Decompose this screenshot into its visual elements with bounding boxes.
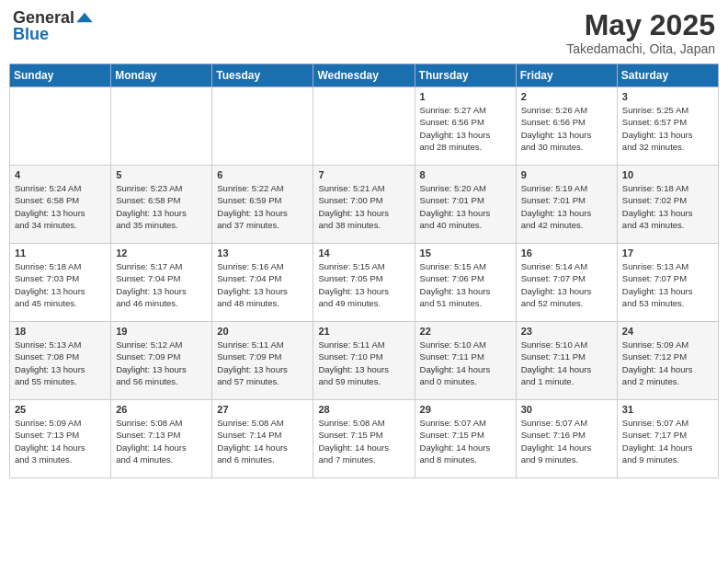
location: Takedamachi, Oita, Japan xyxy=(566,41,715,56)
calendar-cell: 17Sunrise: 5:13 AM Sunset: 7:07 PM Dayli… xyxy=(617,244,718,322)
calendar-cell: 23Sunrise: 5:10 AM Sunset: 7:11 PM Dayli… xyxy=(516,322,617,400)
weekday-header-sunday: Sunday xyxy=(10,64,111,87)
page-header: General Blue May 2025 Takedamachi, Oita,… xyxy=(9,9,719,56)
day-number: 20 xyxy=(217,326,308,337)
svg-marker-0 xyxy=(76,13,93,23)
day-number: 24 xyxy=(622,326,713,337)
day-info: Sunrise: 5:22 AM Sunset: 6:59 PM Dayligh… xyxy=(217,182,308,231)
calendar-cell: 11Sunrise: 5:18 AM Sunset: 7:03 PM Dayli… xyxy=(10,244,111,322)
day-info: Sunrise: 5:08 AM Sunset: 7:14 PM Dayligh… xyxy=(217,417,308,465)
calendar-cell: 19Sunrise: 5:12 AM Sunset: 7:09 PM Dayli… xyxy=(111,322,212,400)
day-number: 31 xyxy=(622,404,713,415)
calendar-cell: 29Sunrise: 5:07 AM Sunset: 7:15 PM Dayli… xyxy=(415,400,516,478)
day-number: 30 xyxy=(521,404,612,415)
calendar-cell: 30Sunrise: 5:07 AM Sunset: 7:16 PM Dayli… xyxy=(516,400,617,478)
day-info: Sunrise: 5:07 AM Sunset: 7:15 PM Dayligh… xyxy=(420,417,511,465)
calendar-cell xyxy=(313,87,415,166)
logo: General Blue xyxy=(13,9,93,42)
day-number: 17 xyxy=(622,247,713,259)
day-number: 1 xyxy=(420,91,511,102)
calendar-cell: 1Sunrise: 5:27 AM Sunset: 6:56 PM Daylig… xyxy=(415,87,516,166)
calendar-cell: 28Sunrise: 5:08 AM Sunset: 7:15 PM Dayli… xyxy=(313,400,415,478)
day-info: Sunrise: 5:25 AM Sunset: 6:57 PM Dayligh… xyxy=(622,104,713,153)
day-info: Sunrise: 5:07 AM Sunset: 7:17 PM Dayligh… xyxy=(622,417,713,465)
day-number: 19 xyxy=(116,326,207,337)
day-info: Sunrise: 5:12 AM Sunset: 7:09 PM Dayligh… xyxy=(116,339,207,387)
calendar-cell: 18Sunrise: 5:13 AM Sunset: 7:08 PM Dayli… xyxy=(10,322,111,400)
calendar-cell: 10Sunrise: 5:18 AM Sunset: 7:02 PM Dayli… xyxy=(617,166,718,244)
calendar-cell: 27Sunrise: 5:08 AM Sunset: 7:14 PM Dayli… xyxy=(212,400,313,478)
calendar-cell: 9Sunrise: 5:19 AM Sunset: 7:01 PM Daylig… xyxy=(516,166,617,244)
calendar-cell: 15Sunrise: 5:15 AM Sunset: 7:06 PM Dayli… xyxy=(415,244,516,322)
calendar-cell: 20Sunrise: 5:11 AM Sunset: 7:09 PM Dayli… xyxy=(212,322,313,400)
calendar-cell xyxy=(212,87,313,166)
day-info: Sunrise: 5:17 AM Sunset: 7:04 PM Dayligh… xyxy=(116,260,207,309)
day-number: 25 xyxy=(15,404,106,415)
calendar-cell: 26Sunrise: 5:08 AM Sunset: 7:13 PM Dayli… xyxy=(111,400,212,478)
day-info: Sunrise: 5:07 AM Sunset: 7:16 PM Dayligh… xyxy=(521,417,612,465)
calendar-cell: 16Sunrise: 5:14 AM Sunset: 7:07 PM Dayli… xyxy=(516,244,617,322)
weekday-header-tuesday: Tuesday xyxy=(212,64,313,87)
day-number: 5 xyxy=(116,169,207,180)
day-info: Sunrise: 5:10 AM Sunset: 7:11 PM Dayligh… xyxy=(521,339,612,387)
day-info: Sunrise: 5:15 AM Sunset: 7:05 PM Dayligh… xyxy=(318,260,409,309)
day-info: Sunrise: 5:18 AM Sunset: 7:03 PM Dayligh… xyxy=(15,260,106,309)
week-row-1: 1Sunrise: 5:27 AM Sunset: 6:56 PM Daylig… xyxy=(10,87,719,166)
day-info: Sunrise: 5:27 AM Sunset: 6:56 PM Dayligh… xyxy=(420,104,511,153)
day-number: 2 xyxy=(521,91,612,102)
week-row-3: 11Sunrise: 5:18 AM Sunset: 7:03 PM Dayli… xyxy=(10,244,719,322)
calendar-cell: 21Sunrise: 5:11 AM Sunset: 7:10 PM Dayli… xyxy=(313,322,415,400)
weekday-header-row: SundayMondayTuesdayWednesdayThursdayFrid… xyxy=(10,64,719,87)
day-info: Sunrise: 5:11 AM Sunset: 7:10 PM Dayligh… xyxy=(318,339,409,387)
day-number: 28 xyxy=(318,404,409,415)
day-number: 18 xyxy=(15,326,106,337)
logo-general-text: General xyxy=(13,9,74,26)
calendar-cell: 25Sunrise: 5:09 AM Sunset: 7:13 PM Dayli… xyxy=(10,400,111,478)
day-info: Sunrise: 5:14 AM Sunset: 7:07 PM Dayligh… xyxy=(521,260,612,309)
day-info: Sunrise: 5:11 AM Sunset: 7:09 PM Dayligh… xyxy=(217,339,308,387)
calendar-cell: 8Sunrise: 5:20 AM Sunset: 7:01 PM Daylig… xyxy=(415,166,516,244)
weekday-header-saturday: Saturday xyxy=(617,64,718,87)
day-number: 29 xyxy=(420,404,511,415)
week-row-4: 18Sunrise: 5:13 AM Sunset: 7:08 PM Dayli… xyxy=(10,322,719,400)
day-number: 9 xyxy=(521,169,612,180)
day-info: Sunrise: 5:10 AM Sunset: 7:11 PM Dayligh… xyxy=(420,339,511,387)
calendar-cell: 7Sunrise: 5:21 AM Sunset: 7:00 PM Daylig… xyxy=(313,166,415,244)
calendar-cell: 5Sunrise: 5:23 AM Sunset: 6:58 PM Daylig… xyxy=(111,166,212,244)
day-info: Sunrise: 5:18 AM Sunset: 7:02 PM Dayligh… xyxy=(622,182,713,231)
calendar-cell: 31Sunrise: 5:07 AM Sunset: 7:17 PM Dayli… xyxy=(617,400,718,478)
day-number: 10 xyxy=(622,169,713,180)
weekday-header-monday: Monday xyxy=(111,64,212,87)
calendar-table: SundayMondayTuesdayWednesdayThursdayFrid… xyxy=(9,63,719,478)
calendar-cell: 4Sunrise: 5:24 AM Sunset: 6:58 PM Daylig… xyxy=(10,166,111,244)
calendar-cell: 2Sunrise: 5:26 AM Sunset: 6:56 PM Daylig… xyxy=(516,87,617,166)
weekday-header-wednesday: Wednesday xyxy=(313,64,415,87)
day-number: 23 xyxy=(521,326,612,337)
day-info: Sunrise: 5:08 AM Sunset: 7:13 PM Dayligh… xyxy=(116,417,207,465)
day-info: Sunrise: 5:13 AM Sunset: 7:08 PM Dayligh… xyxy=(15,339,106,387)
day-number: 11 xyxy=(15,247,106,259)
day-number: 27 xyxy=(217,404,308,415)
day-number: 7 xyxy=(318,169,409,180)
day-number: 8 xyxy=(420,169,511,180)
day-number: 12 xyxy=(116,247,207,259)
day-info: Sunrise: 5:26 AM Sunset: 6:56 PM Dayligh… xyxy=(521,104,612,153)
calendar-cell: 13Sunrise: 5:16 AM Sunset: 7:04 PM Dayli… xyxy=(212,244,313,322)
calendar-cell: 14Sunrise: 5:15 AM Sunset: 7:05 PM Dayli… xyxy=(313,244,415,322)
month-title: May 2025 xyxy=(566,9,715,41)
logo-blue-text: Blue xyxy=(13,26,49,42)
day-number: 3 xyxy=(622,91,713,102)
logo-icon xyxy=(76,11,93,24)
calendar-cell: 22Sunrise: 5:10 AM Sunset: 7:11 PM Dayli… xyxy=(415,322,516,400)
calendar-cell: 24Sunrise: 5:09 AM Sunset: 7:12 PM Dayli… xyxy=(617,322,718,400)
week-row-5: 25Sunrise: 5:09 AM Sunset: 7:13 PM Dayli… xyxy=(10,400,719,478)
weekday-header-thursday: Thursday xyxy=(415,64,516,87)
day-info: Sunrise: 5:13 AM Sunset: 7:07 PM Dayligh… xyxy=(622,260,713,309)
day-number: 15 xyxy=(420,247,511,259)
day-info: Sunrise: 5:21 AM Sunset: 7:00 PM Dayligh… xyxy=(318,182,409,231)
day-number: 26 xyxy=(116,404,207,415)
day-info: Sunrise: 5:16 AM Sunset: 7:04 PM Dayligh… xyxy=(217,260,308,309)
day-number: 16 xyxy=(521,247,612,259)
week-row-2: 4Sunrise: 5:24 AM Sunset: 6:58 PM Daylig… xyxy=(10,166,719,244)
day-info: Sunrise: 5:20 AM Sunset: 7:01 PM Dayligh… xyxy=(420,182,511,231)
